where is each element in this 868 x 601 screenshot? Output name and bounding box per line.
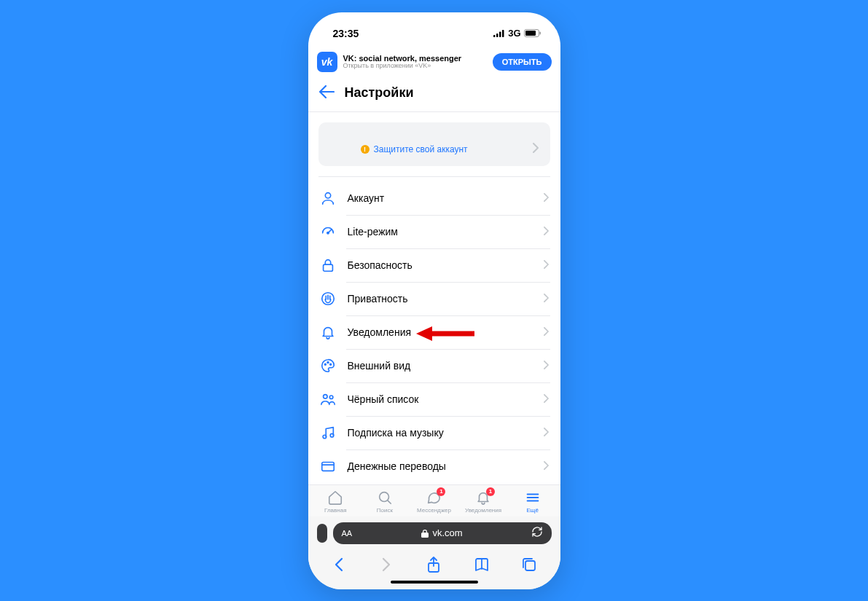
nav-label: Главная (324, 507, 346, 514)
svg-point-13 (329, 364, 331, 365)
svg-point-16 (323, 435, 327, 439)
menu-label: Внешний вид (348, 360, 532, 372)
share-button[interactable] (425, 556, 442, 573)
hand-icon (320, 291, 336, 307)
page-title: Настройки (345, 85, 414, 101)
menu-item-payments[interactable]: Денежные переводы (318, 449, 550, 483)
badge: 1 (486, 487, 495, 496)
chevron-right-icon (544, 292, 549, 305)
menu-item-appearance[interactable]: Внешний вид (318, 349, 550, 382)
svg-point-8 (327, 232, 328, 233)
nav-home[interactable]: Главная (312, 490, 359, 514)
menu-label: Чёрный список (348, 393, 532, 405)
site-settings-button[interactable] (317, 524, 327, 543)
menu-item-privacy[interactable]: Приватность (318, 282, 550, 315)
safari-url-bar: AA vk.com (308, 516, 560, 550)
network-label: 3G (508, 28, 520, 39)
svg-rect-1 (496, 34, 498, 37)
svg-point-17 (330, 433, 334, 437)
back-button[interactable] (330, 556, 348, 573)
divider (318, 176, 550, 177)
palette-icon (320, 358, 336, 374)
svg-rect-3 (502, 30, 504, 37)
chevron-right-icon (544, 192, 549, 205)
nav-notifications[interactable]: 1 Уведомления (460, 490, 507, 514)
nav-more[interactable]: Ещё (509, 490, 556, 514)
menu-icon (525, 490, 541, 506)
menu-item-blacklist[interactable]: Чёрный список (318, 382, 550, 416)
bottom-nav: Главная Поиск 1 Мессенджер 1 Уведомления… (308, 484, 560, 516)
home-bar[interactable] (391, 581, 478, 584)
menu-item-security[interactable]: Безопасность (318, 248, 550, 282)
warning-dot-icon: ! (361, 145, 370, 154)
menu-label: Lite-режим (348, 226, 532, 237)
bell-icon (320, 324, 336, 340)
open-app-button[interactable]: ОТКРЫТЬ (493, 53, 552, 71)
svg-rect-21 (525, 561, 535, 570)
signal-icon (493, 30, 505, 37)
menu-label: Приватность (348, 293, 532, 305)
svg-point-14 (323, 394, 327, 398)
speedometer-icon (320, 224, 336, 240)
chevron-right-icon (544, 393, 549, 406)
settings-menu: Аккаунт Lite-режим Безопасность Приватно… (318, 181, 550, 483)
nav-label: Уведомления (465, 507, 501, 514)
app-title: VK: social network, messenger (343, 54, 487, 63)
nav-label: Мессенджер (417, 507, 451, 514)
protect-account-card[interactable]: ! Защитите свой аккаунт (318, 122, 550, 166)
tabs-button[interactable] (520, 556, 538, 573)
vk-logo-icon: vk (317, 52, 337, 72)
badge: 1 (437, 487, 445, 496)
phone-frame: 23:35 3G vk VK: social network, messenge… (308, 12, 560, 589)
app-banner: vk VK: social network, messenger Открыть… (308, 47, 560, 79)
chevron-right-icon (544, 426, 549, 439)
menu-item-account[interactable]: Аккаунт (318, 181, 550, 215)
status-time: 23:35 (333, 28, 359, 39)
svg-rect-0 (493, 35, 496, 37)
url-pill[interactable]: AA vk.com (333, 522, 552, 544)
menu-label: Безопасность (348, 259, 532, 271)
home-icon (327, 490, 343, 506)
lock-icon (320, 257, 336, 273)
svg-rect-9 (323, 264, 332, 271)
svg-point-7 (325, 192, 330, 197)
home-indicator (308, 576, 560, 589)
menu-label: Аккаунт (348, 192, 532, 204)
status-right: 3G (493, 28, 541, 39)
chevron-right-icon (533, 143, 539, 156)
chevron-right-icon (544, 326, 549, 339)
menu-label: Уведомления (348, 326, 532, 338)
svg-point-15 (329, 395, 333, 398)
safari-toolbar (308, 550, 560, 576)
nav-search[interactable]: Поиск (361, 490, 408, 514)
bookmarks-button[interactable] (473, 556, 490, 573)
account-icon (320, 190, 336, 206)
menu-item-music[interactable]: Подписка на музыку (318, 416, 550, 449)
status-bar: 23:35 3G (308, 12, 560, 47)
menu-item-lite[interactable]: Lite-режим (318, 215, 550, 248)
chevron-right-icon (544, 225, 549, 238)
search-icon (377, 490, 393, 506)
svg-point-12 (327, 361, 329, 363)
svg-rect-5 (525, 31, 536, 36)
protect-text: Защитите свой аккаунт (374, 144, 468, 154)
svg-rect-18 (321, 462, 334, 471)
lock-icon (421, 529, 429, 538)
svg-rect-6 (539, 32, 541, 35)
card-icon (320, 458, 336, 474)
forward-button[interactable] (378, 556, 395, 573)
menu-item-notifications[interactable]: Уведомления (318, 315, 550, 349)
svg-rect-2 (499, 31, 501, 37)
back-arrow-icon[interactable] (318, 85, 335, 101)
chevron-right-icon (544, 460, 549, 473)
app-banner-text: VK: social network, messenger Открыть в … (343, 54, 487, 70)
svg-point-19 (380, 492, 389, 501)
nav-label: Ещё (526, 507, 538, 514)
battery-icon (524, 29, 541, 37)
menu-label: Подписка на музыку (348, 427, 532, 439)
nav-messenger[interactable]: 1 Мессенджер (410, 490, 457, 514)
chevron-right-icon (544, 259, 549, 272)
settings-content: ! Защитите свой аккаунт Аккаунт Lite-реж… (308, 112, 560, 484)
page-header: Настройки (308, 79, 560, 112)
chevron-right-icon (544, 359, 549, 372)
